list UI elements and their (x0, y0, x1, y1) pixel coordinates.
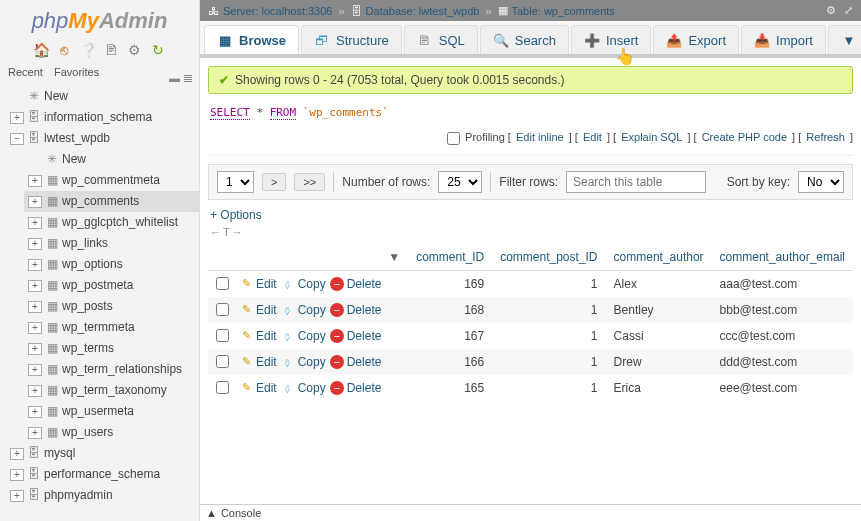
tree-table-wp_comments[interactable]: +▦wp_comments (24, 191, 199, 212)
tree-db-lwtest_wpdb[interactable]: −🗄lwtest_wpdb (6, 128, 199, 149)
settings-icon[interactable]: ⚙ (127, 42, 143, 58)
home-icon[interactable]: 🏠 (33, 42, 49, 58)
logo[interactable]: phpMyAdmin (0, 0, 199, 38)
edit-button[interactable]: ✎Edit (239, 355, 277, 369)
cell-comment_author_email[interactable]: ddd@test.com (712, 349, 853, 375)
expand-icon[interactable]: + (28, 406, 42, 418)
copy-button[interactable]: ⎀Copy (281, 303, 326, 317)
row-checkbox[interactable] (216, 303, 229, 316)
tree-table-wp_termmeta[interactable]: +▦wp_termmeta (24, 317, 199, 338)
expand-icon[interactable]: + (28, 217, 42, 229)
expand-icon[interactable]: + (28, 364, 42, 376)
tab-more[interactable]: ▼More (828, 25, 861, 54)
tree-table-wp_options[interactable]: +▦wp_options (24, 254, 199, 275)
expand-icon[interactable]: + (28, 196, 42, 208)
sort-hint[interactable]: ←T→ (210, 226, 851, 238)
tab-export[interactable]: 📤Export (653, 25, 739, 54)
collapse-icon[interactable]: − (10, 133, 24, 145)
create-php-link[interactable]: Create PHP code (702, 131, 787, 143)
expand-icon[interactable]: + (10, 112, 24, 124)
expand-icon[interactable]: + (28, 301, 42, 313)
next-page-button[interactable]: > (262, 173, 286, 191)
column-comment_ID[interactable]: comment_ID (408, 244, 492, 271)
tree-table-wp_terms[interactable]: +▦wp_terms (24, 338, 199, 359)
cell-comment_ID[interactable]: 169 (408, 270, 492, 297)
cell-comment_author_email[interactable]: aaa@test.com (712, 270, 853, 297)
reload-icon[interactable]: ↻ (150, 42, 166, 58)
cell-comment_post_ID[interactable]: 1 (492, 349, 605, 375)
expand-icon[interactable]: + (28, 385, 42, 397)
sort-key-select[interactable]: No (798, 171, 844, 193)
console-bar[interactable]: ▲Console (200, 504, 861, 521)
edit-button[interactable]: ✎Edit (239, 329, 277, 343)
expand-icon[interactable]: + (28, 343, 42, 355)
expand-icon[interactable]: + (28, 175, 42, 187)
cell-comment_author[interactable]: Cassi (606, 323, 712, 349)
column-comment_post_ID[interactable]: comment_post_ID (492, 244, 605, 271)
expand-icon[interactable]: + (10, 469, 24, 481)
bc-table[interactable]: Table: wp_comments (512, 5, 615, 17)
tree-table-wp_users[interactable]: +▦wp_users (24, 422, 199, 443)
gear-icon[interactable]: ⚙ (826, 4, 836, 17)
expand-icon[interactable]: + (28, 427, 42, 439)
cell-comment_author[interactable]: Bentley (606, 297, 712, 323)
tree-table-wp_term_taxonomy[interactable]: +▦wp_term_taxonomy (24, 380, 199, 401)
expand-icon[interactable]: + (28, 280, 42, 292)
edit-button[interactable]: ✎Edit (239, 277, 277, 291)
expand-icon[interactable]: + (10, 490, 24, 502)
num-rows-select[interactable]: 25 (438, 171, 482, 193)
column-comment_author[interactable]: comment_author (606, 244, 712, 271)
bc-server[interactable]: Server: localhost:3306 (223, 5, 332, 17)
expand-icon[interactable]: + (28, 238, 42, 250)
cell-comment_ID[interactable]: 166 (408, 349, 492, 375)
tree-db-mysql[interactable]: +🗄mysql (6, 443, 199, 464)
page-select[interactable]: 1 (217, 171, 254, 193)
tree-db-performance_schema[interactable]: +🗄performance_schema (6, 464, 199, 485)
row-checkbox[interactable] (216, 329, 229, 342)
tree-table-wp_commentmeta[interactable]: +▦wp_commentmeta (24, 170, 199, 191)
delete-button[interactable]: −Delete (330, 329, 382, 343)
explain-link[interactable]: Explain SQL (621, 131, 682, 143)
expand-icon[interactable]: + (28, 259, 42, 271)
recent-tab[interactable]: Recent (8, 66, 43, 78)
delete-button[interactable]: −Delete (330, 303, 382, 317)
cell-comment_author[interactable]: Alex (606, 270, 712, 297)
tree-table-New[interactable]: ✳New (24, 149, 199, 170)
cell-comment_ID[interactable]: 168 (408, 297, 492, 323)
expand-icon[interactable]: + (10, 448, 24, 460)
tree-table-wp_usermeta[interactable]: +▦wp_usermeta (24, 401, 199, 422)
options-link[interactable]: + Options (210, 208, 851, 222)
tree-new[interactable]: ✳ New (6, 86, 199, 107)
cell-comment_author[interactable]: Erica (606, 375, 712, 401)
tree-table-wp_links[interactable]: +▦wp_links (24, 233, 199, 254)
edit-button[interactable]: ✎Edit (239, 381, 277, 395)
tab-browse[interactable]: ▦Browse (204, 25, 299, 54)
collapse-control[interactable]: ▬ 𝌆 (169, 72, 193, 85)
cell-comment_author[interactable]: Drew (606, 349, 712, 375)
edit-inline-link[interactable]: Edit inline (516, 131, 564, 143)
sort-indicator-icon[interactable]: ▼ (388, 250, 400, 264)
tab-structure[interactable]: 🗗Structure (301, 25, 402, 54)
favorites-tab[interactable]: Favorites (54, 66, 99, 78)
cell-comment_author_email[interactable]: eee@test.com (712, 375, 853, 401)
tree-db-information_schema[interactable]: +🗄information_schema (6, 107, 199, 128)
refresh-link[interactable]: Refresh (806, 131, 845, 143)
delete-button[interactable]: −Delete (330, 355, 382, 369)
row-checkbox[interactable] (216, 277, 229, 290)
last-page-button[interactable]: >> (294, 173, 325, 191)
cell-comment_author_email[interactable]: bbb@test.com (712, 297, 853, 323)
filter-input[interactable] (566, 171, 706, 193)
docs-icon[interactable]: ❔ (80, 42, 96, 58)
tree-table-wp_posts[interactable]: +▦wp_posts (24, 296, 199, 317)
bc-database[interactable]: Database: lwtest_wpdb (366, 5, 480, 17)
cell-comment_ID[interactable]: 167 (408, 323, 492, 349)
cell-comment_post_ID[interactable]: 1 (492, 297, 605, 323)
row-checkbox[interactable] (216, 381, 229, 394)
copy-button[interactable]: ⎀Copy (281, 329, 326, 343)
tab-search[interactable]: 🔍Search (480, 25, 569, 54)
tab-import[interactable]: 📥Import (741, 25, 826, 54)
copy-button[interactable]: ⎀Copy (281, 277, 326, 291)
logout-icon[interactable]: ⎋ (56, 42, 72, 58)
exit-icon[interactable]: ⤢ (844, 4, 853, 17)
tree-table-wp_term_relationships[interactable]: +▦wp_term_relationships (24, 359, 199, 380)
